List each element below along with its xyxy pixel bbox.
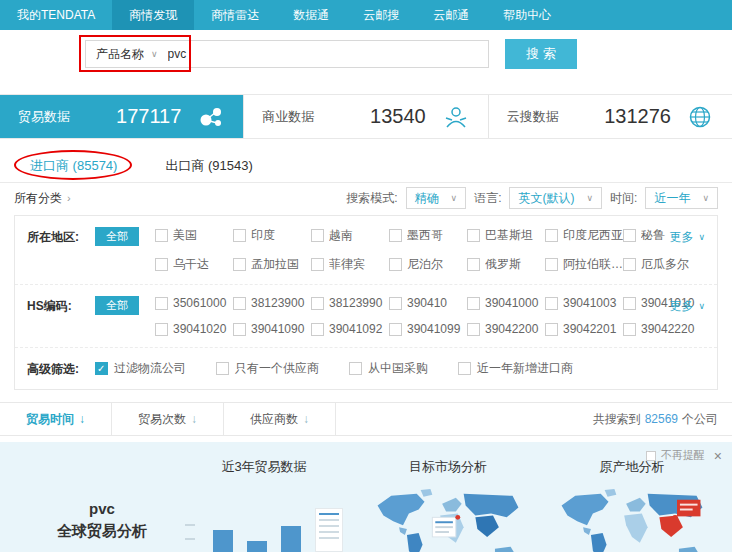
hs-code-option[interactable]: 39041092 bbox=[311, 322, 389, 336]
hs-code-option[interactable]: 39041020 bbox=[155, 322, 233, 336]
checkbox[interactable] bbox=[155, 297, 168, 310]
region-option-label: 阿拉伯联合酋... bbox=[563, 256, 623, 273]
nav-item-business-discovery[interactable]: 商情发现 bbox=[112, 0, 194, 30]
search-input[interactable] bbox=[168, 41, 488, 67]
tab-importers[interactable]: 进口商 (85574) bbox=[30, 157, 117, 175]
region-more-link[interactable]: 更多 ∨ bbox=[669, 229, 705, 246]
world-map-origin bbox=[553, 488, 711, 552]
sort-supplier-count[interactable]: 供应商数 ↓ bbox=[224, 403, 336, 435]
checkbox[interactable] bbox=[311, 229, 324, 242]
region-option-label: 美国 bbox=[173, 227, 233, 244]
checkbox[interactable] bbox=[467, 323, 480, 336]
hs-code-option[interactable]: 39041099 bbox=[389, 322, 467, 336]
stat-business-data[interactable]: 商业数据 13540 bbox=[243, 95, 487, 138]
region-option[interactable]: 阿拉伯联合酋... bbox=[545, 256, 623, 273]
advanced-option-filter-logistics[interactable]: 过滤物流公司 bbox=[95, 360, 186, 377]
checkbox[interactable] bbox=[311, 297, 324, 310]
checkbox[interactable] bbox=[545, 323, 558, 336]
region-option[interactable]: 俄罗斯 bbox=[467, 256, 545, 273]
tab-exporters[interactable]: 出口商 (91543) bbox=[165, 157, 252, 175]
sort-trade-time[interactable]: 贸易时间 ↓ bbox=[0, 403, 112, 435]
region-option[interactable]: 越南 bbox=[311, 227, 389, 244]
checkbox[interactable] bbox=[389, 229, 402, 242]
hs-code-option[interactable]: 38123900 bbox=[233, 296, 311, 310]
checkbox[interactable] bbox=[349, 362, 362, 375]
checkbox[interactable] bbox=[545, 229, 558, 242]
stat-trade-data[interactable]: 贸易数据 177117 bbox=[0, 95, 243, 138]
checkbox[interactable] bbox=[467, 297, 480, 310]
region-option[interactable]: 孟加拉国 bbox=[233, 256, 311, 273]
hs-code-option[interactable]: 39042220 bbox=[623, 322, 701, 336]
checkbox[interactable] bbox=[545, 258, 558, 271]
advanced-option-single-supplier[interactable]: 只有一个供应商 bbox=[216, 360, 319, 377]
all-categories-link[interactable]: 所有分类 › bbox=[14, 190, 71, 207]
hs-code-option[interactable]: 390410 bbox=[389, 296, 467, 310]
nav-item-my-tendata[interactable]: 我的TENDATA bbox=[0, 0, 112, 30]
region-all-button[interactable]: 全部 bbox=[95, 227, 139, 246]
nav-item-cloud-mail-pass[interactable]: 云邮通 bbox=[416, 0, 486, 30]
region-option[interactable]: 美国 bbox=[155, 227, 233, 244]
hs-code-option[interactable]: 38123990 bbox=[311, 296, 389, 310]
language-select[interactable]: 英文(默认) ∨ bbox=[509, 187, 602, 209]
checkbox[interactable] bbox=[233, 258, 246, 271]
checkbox[interactable] bbox=[155, 323, 168, 336]
checkbox[interactable] bbox=[623, 229, 636, 242]
card-origin-analysis[interactable]: 原产地分析 bbox=[540, 458, 724, 552]
advanced-option-new-importers[interactable]: 近一年新增进口商 bbox=[458, 360, 573, 377]
result-count[interactable]: 82569 bbox=[645, 412, 678, 426]
checkbox[interactable] bbox=[311, 258, 324, 271]
hs-code-more-link[interactable]: 更多 ∨ bbox=[669, 298, 705, 315]
dismiss-checkbox[interactable] bbox=[646, 451, 656, 461]
checkbox[interactable] bbox=[155, 229, 168, 242]
hs-code-all-button[interactable]: 全部 bbox=[95, 296, 139, 315]
region-option[interactable]: 厄瓜多尔 bbox=[623, 256, 701, 273]
checkbox[interactable] bbox=[233, 229, 246, 242]
checkbox[interactable] bbox=[389, 323, 402, 336]
region-option[interactable]: 巴基斯坦 bbox=[467, 227, 545, 244]
stat-cloud-search-data[interactable]: 云搜数据 131276 bbox=[488, 95, 732, 138]
nav-item-business-radar[interactable]: 商情雷达 bbox=[194, 0, 276, 30]
filter-row-advanced: 高级筛选: 过滤物流公司 只有一个供应商 从中国采购 近一年新增进口商 bbox=[15, 347, 717, 389]
hs-code-option[interactable]: 39042201 bbox=[545, 322, 623, 336]
checkbox-checked[interactable] bbox=[95, 362, 108, 375]
search-field-type-dropdown[interactable]: 产品名称 ∨ bbox=[86, 41, 168, 67]
nav-item-data-pass[interactable]: 数据通 bbox=[276, 0, 346, 30]
search-mode-select[interactable]: 精确 ∨ bbox=[406, 187, 467, 209]
sort-trade-count[interactable]: 贸易次数 ↓ bbox=[112, 403, 224, 435]
checkbox[interactable] bbox=[233, 323, 246, 336]
checkbox[interactable] bbox=[458, 362, 471, 375]
hs-code-option[interactable]: 39041000 bbox=[467, 296, 545, 310]
checkbox[interactable] bbox=[467, 229, 480, 242]
checkbox[interactable] bbox=[155, 258, 168, 271]
time-select[interactable]: 近一年 ∨ bbox=[645, 187, 718, 209]
region-option[interactable]: 尼泊尔 bbox=[389, 256, 467, 273]
checkbox[interactable] bbox=[389, 297, 402, 310]
hs-code-option[interactable]: 39041090 bbox=[233, 322, 311, 336]
checkbox[interactable] bbox=[545, 297, 558, 310]
region-option[interactable]: 乌干达 bbox=[155, 256, 233, 273]
card-target-market[interactable]: 目标市场分析 bbox=[356, 458, 540, 552]
checkbox[interactable] bbox=[623, 297, 636, 310]
advanced-option-buy-from-china[interactable]: 从中国采购 bbox=[349, 360, 428, 377]
region-option[interactable]: 菲律宾 bbox=[311, 256, 389, 273]
hs-code-option[interactable]: 39042200 bbox=[467, 322, 545, 336]
nav-item-help-center[interactable]: 帮助中心 bbox=[486, 0, 568, 30]
region-option[interactable]: 墨西哥 bbox=[389, 227, 467, 244]
search-button[interactable]: 搜 索 bbox=[505, 39, 577, 69]
checkbox[interactable] bbox=[389, 258, 402, 271]
checkbox[interactable] bbox=[623, 323, 636, 336]
region-option[interactable]: 印度 bbox=[233, 227, 311, 244]
region-option[interactable]: 印度尼西亚 bbox=[545, 227, 623, 244]
checkbox[interactable] bbox=[467, 258, 480, 271]
checkbox[interactable] bbox=[216, 362, 229, 375]
checkbox[interactable] bbox=[233, 297, 246, 310]
nav-item-cloud-mail-search[interactable]: 云邮搜 bbox=[346, 0, 416, 30]
hs-code-option[interactable]: 39041003 bbox=[545, 296, 623, 310]
checkbox[interactable] bbox=[623, 258, 636, 271]
card-trade-history[interactable]: 近3年贸易数据 bbox=[172, 458, 356, 552]
region-option-label: 孟加拉国 bbox=[251, 256, 311, 273]
close-icon[interactable]: × bbox=[714, 449, 722, 463]
hs-code-option[interactable]: 35061000 bbox=[155, 296, 233, 310]
checkbox[interactable] bbox=[311, 323, 324, 336]
search-mode-label: 搜索模式: bbox=[346, 190, 397, 207]
